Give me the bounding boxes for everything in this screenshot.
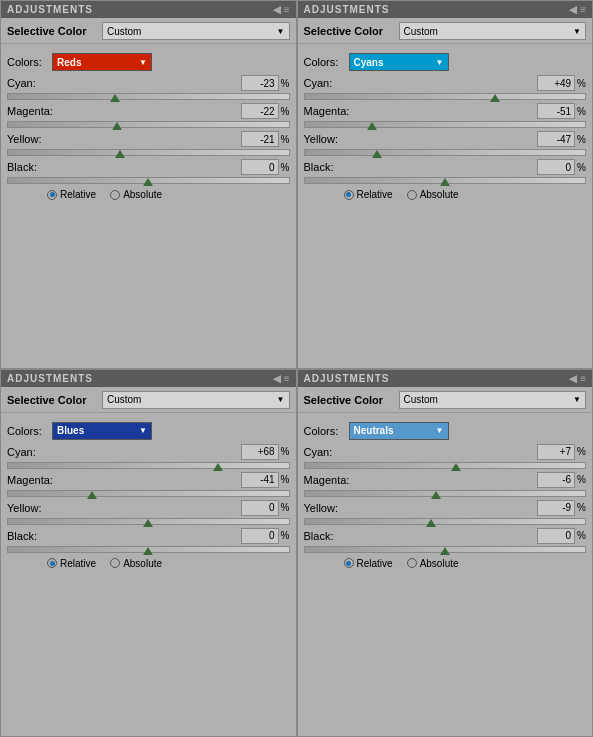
slider-track[interactable]: [7, 490, 290, 497]
dropdown-arrow: ▼: [573, 395, 581, 404]
slider-track[interactable]: [7, 121, 290, 128]
slider-label: Magenta:: [7, 474, 65, 486]
slider-thumb: [143, 178, 153, 186]
dropdown-arrow: ▼: [573, 27, 581, 36]
slider-value-box[interactable]: -41: [241, 472, 279, 488]
slider-label: Magenta:: [304, 474, 362, 486]
slider-value-box[interactable]: 0: [241, 500, 279, 516]
slider-track[interactable]: [304, 546, 587, 553]
radio-option-relative[interactable]: Relative: [47, 189, 96, 200]
slider-value-box[interactable]: -23: [241, 75, 279, 91]
slider-section-3: Black: 0 %: [304, 528, 587, 553]
radio-option-relative[interactable]: Relative: [47, 558, 96, 569]
slider-label: Black:: [7, 161, 65, 173]
slider-section-0: Cyan: +7 %: [304, 444, 587, 469]
slider-label: Cyan:: [304, 446, 362, 458]
slider-track[interactable]: [304, 177, 587, 184]
slider-thumb: [440, 547, 450, 555]
panel-header: ADJUSTMENTS ◀ ≡: [1, 370, 296, 387]
slider-value-box[interactable]: 0: [537, 159, 575, 175]
title-row: Selective Color Custom ▼: [298, 18, 593, 44]
radio-row: Relative Absolute: [7, 189, 290, 200]
slider-section-2: Yellow: -9 %: [304, 500, 587, 525]
slider-track[interactable]: [7, 149, 290, 156]
slider-track[interactable]: [7, 462, 290, 469]
percent-label: %: [577, 530, 586, 541]
colors-row: Colors: Neutrals ▼: [304, 422, 587, 440]
preset-dropdown[interactable]: Custom ▼: [399, 391, 587, 409]
slider-value-box[interactable]: -47: [537, 131, 575, 147]
slider-label-row: Cyan: +7 %: [304, 444, 587, 460]
slider-track[interactable]: [304, 149, 587, 156]
radio-option-absolute[interactable]: Absolute: [110, 189, 162, 200]
slider-label: Magenta:: [304, 105, 362, 117]
preset-value: Custom: [107, 26, 141, 37]
percent-label: %: [577, 106, 586, 117]
radio-circle: [47, 190, 57, 200]
slider-track[interactable]: [304, 490, 587, 497]
slider-label: Cyan:: [304, 77, 362, 89]
percent-label: %: [577, 134, 586, 145]
color-dropdown[interactable]: Neutrals ▼: [349, 422, 449, 440]
slider-track[interactable]: [304, 93, 587, 100]
slider-label-row: Magenta: -22 %: [7, 103, 290, 119]
panel-header: ADJUSTMENTS ◀ ≡: [298, 1, 593, 18]
slider-value: -47: [557, 134, 571, 145]
preset-dropdown[interactable]: Custom ▼: [102, 391, 290, 409]
radio-option-absolute[interactable]: Absolute: [407, 189, 459, 200]
slider-label: Yellow:: [7, 502, 65, 514]
radio-row: Relative Absolute: [7, 558, 290, 569]
slider-value-box[interactable]: -22: [241, 103, 279, 119]
slider-value-box[interactable]: -21: [241, 131, 279, 147]
panel-body: Colors: Reds ▼ Cyan: -23 %: [1, 44, 296, 368]
slider-value-box[interactable]: 0: [537, 528, 575, 544]
slider-track[interactable]: [7, 177, 290, 184]
slider-value-box[interactable]: -51: [537, 103, 575, 119]
colors-label: Colors:: [304, 56, 349, 68]
slider-thumb: [143, 519, 153, 527]
slider-value-box[interactable]: 0: [241, 159, 279, 175]
title-row: Selective Color Custom ▼: [1, 387, 296, 413]
slider-value-box[interactable]: 0: [241, 528, 279, 544]
slider-track[interactable]: [7, 93, 290, 100]
slider-section-1: Magenta: -51 %: [304, 103, 587, 128]
color-dropdown-arrow: ▼: [139, 426, 147, 435]
radio-option-relative[interactable]: Relative: [344, 558, 393, 569]
slider-track[interactable]: [304, 518, 587, 525]
color-dropdown[interactable]: Blues ▼: [52, 422, 152, 440]
color-dropdown[interactable]: Cyans ▼: [349, 53, 449, 71]
panel-title: Selective Color: [7, 25, 102, 37]
colors-row: Colors: Reds ▼: [7, 53, 290, 71]
slider-track[interactable]: [7, 546, 290, 553]
radio-option-absolute[interactable]: Absolute: [407, 558, 459, 569]
radio-circle: [47, 558, 57, 568]
slider-thumb: [451, 463, 461, 471]
dropdown-arrow: ▼: [277, 395, 285, 404]
color-dropdown[interactable]: Reds ▼: [52, 53, 152, 71]
slider-section-1: Magenta: -6 %: [304, 472, 587, 497]
panel-panel-reds: ADJUSTMENTS ◀ ≡ Selective Color Custom ▼…: [0, 0, 297, 369]
slider-track[interactable]: [304, 121, 587, 128]
slider-label-row: Black: 0 %: [304, 159, 587, 175]
slider-value-box[interactable]: +68: [241, 444, 279, 460]
radio-label: Absolute: [420, 558, 459, 569]
slider-track[interactable]: [304, 462, 587, 469]
radio-option-absolute[interactable]: Absolute: [110, 558, 162, 569]
slider-value-box[interactable]: -6: [537, 472, 575, 488]
slider-label: Cyan:: [7, 446, 65, 458]
percent-label: %: [577, 78, 586, 89]
radio-label: Absolute: [123, 189, 162, 200]
slider-value-box[interactable]: -9: [537, 500, 575, 516]
preset-dropdown[interactable]: Custom ▼: [399, 22, 587, 40]
title-row: Selective Color Custom ▼: [298, 387, 593, 413]
slider-value-box[interactable]: +49: [537, 75, 575, 91]
slider-value: +7: [560, 446, 571, 457]
slider-track[interactable]: [7, 518, 290, 525]
slider-label-row: Magenta: -6 %: [304, 472, 587, 488]
slider-value-box[interactable]: +7: [537, 444, 575, 460]
preset-dropdown[interactable]: Custom ▼: [102, 22, 290, 40]
panel-header: ADJUSTMENTS ◀ ≡: [298, 370, 593, 387]
radio-option-relative[interactable]: Relative: [344, 189, 393, 200]
slider-section-0: Cyan: +68 %: [7, 444, 290, 469]
slider-thumb: [110, 94, 120, 102]
